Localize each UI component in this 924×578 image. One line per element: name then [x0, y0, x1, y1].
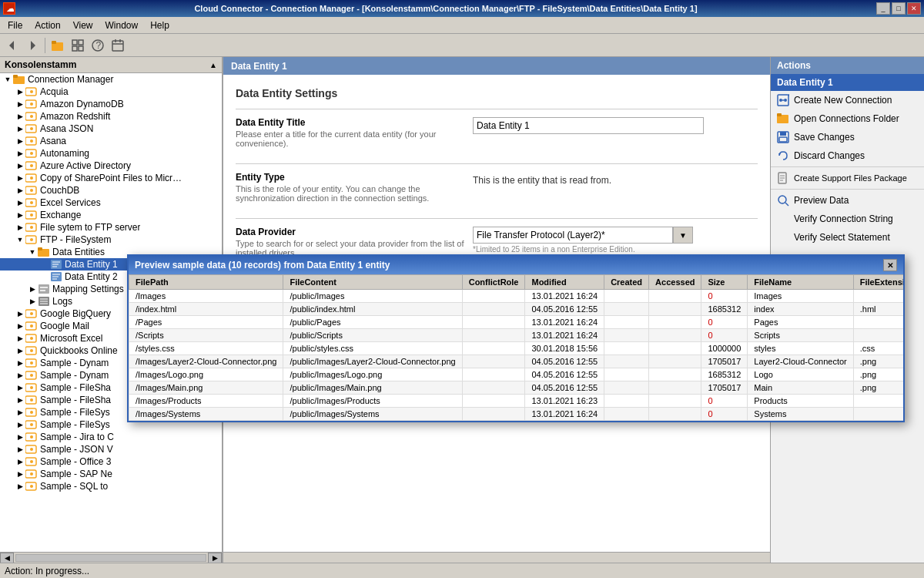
table-row: /Images/Systems/public/Images/Systems13.…	[129, 408, 904, 421]
tree-item-sample-sap[interactable]: ▶ Sample - SAP Ne	[0, 468, 222, 480]
tree-arrow: ▶	[15, 433, 25, 441]
svg-rect-98	[777, 113, 782, 116]
table-cell-accessed	[649, 329, 701, 342]
action-save-changes[interactable]: Save Changes	[771, 128, 924, 146]
hscroll-right[interactable]: ▶	[208, 553, 222, 563]
svg-point-36	[30, 189, 33, 192]
content-hscrollbar[interactable]	[223, 552, 770, 563]
tree-item-amazondynamodb[interactable]: ▶ Amazon DynamoDB	[0, 98, 222, 110]
action-create-support-files[interactable]: Create Support Files Package	[771, 169, 924, 187]
table-cell-size: 0	[701, 395, 748, 408]
table-cell-fileextension: .png	[853, 381, 903, 395]
entity-title-input[interactable]	[473, 117, 704, 134]
table-cell-filename: Logo	[748, 368, 853, 381]
menu-window[interactable]: Window	[99, 18, 145, 32]
tree-arrow: ▶	[28, 297, 37, 305]
table-cell-modified: 04.05.2016 12:55	[525, 355, 604, 368]
tree-item-autonaming[interactable]: ▶ Autonaming	[0, 147, 222, 160]
toolbar-calendar-button[interactable]	[109, 36, 127, 55]
maximize-button[interactable]: □	[892, 2, 906, 15]
tree-item-exchange[interactable]: ▶ Exchange	[0, 209, 222, 221]
table-row: /Scripts/public/Scripts13.01.2021 16:240…	[129, 329, 904, 342]
tree-scroll-up[interactable]: ▲	[209, 61, 217, 69]
tree-item-excel-services[interactable]: ▶ Excel Services	[0, 197, 222, 209]
table-cell-size: 1000000	[701, 342, 748, 355]
svg-line-108	[785, 203, 788, 206]
tree-arrow: ▶	[15, 458, 25, 465]
col-created: Created	[604, 275, 649, 290]
tree-item-couchdb[interactable]: ▶ CouchDB	[0, 184, 222, 197]
tree-arrow: ▼	[3, 76, 12, 83]
divider-3	[236, 218, 758, 219]
toolbar-back-button[interactable]	[3, 36, 22, 55]
minimize-button[interactable]: _	[876, 2, 890, 15]
table-cell-fileextension: .css	[853, 342, 903, 355]
hscroll-thumb[interactable]	[15, 554, 206, 562]
close-button[interactable]: ✕	[907, 2, 921, 15]
preview-table: FilePath FileContent ConflictRole Modifi…	[129, 274, 903, 421]
window-title: Cloud Connector - Connection Manager - […	[15, 4, 876, 13]
menu-action[interactable]: Action	[28, 18, 66, 32]
action-discard-changes[interactable]: Discard Changes	[771, 146, 924, 165]
conn-icon	[25, 370, 38, 381]
action-open-connections-folder[interactable]: Open Connections Folder	[771, 109, 924, 128]
tree-item-sample-sql[interactable]: ▶ Sample - SQL to	[0, 480, 222, 492]
form-row-entity-title: Data Entity Title Please enter a title f…	[236, 117, 758, 148]
tree-item-asanajson[interactable]: ▶ Asana JSON	[0, 123, 222, 135]
tree-item-sample-office[interactable]: ▶ Sample - Office 3	[0, 455, 222, 468]
toolbar: ?	[0, 34, 924, 57]
table-row: /Pages/public/Pages13.01.2021 16:240Page…	[129, 316, 904, 329]
menu-file[interactable]: File	[2, 18, 28, 32]
dialog-close-button[interactable]: ✕	[883, 259, 897, 271]
dialog-title-bar: Preview sample data (10 records) from Da…	[129, 256, 903, 274]
toolbar-folder-button[interactable]	[49, 36, 67, 55]
toolbar-forward-button[interactable]	[23, 36, 42, 55]
svg-rect-6	[52, 41, 56, 44]
dialog-body[interactable]: FilePath FileContent ConflictRole Modifi…	[129, 274, 903, 421]
action-verify-select-statement[interactable]: Verify Select Statement	[771, 228, 924, 247]
tree-item-connection-manager[interactable]: ▼ Connection Manager	[0, 73, 222, 86]
toolbar-help-button[interactable]: ?	[89, 36, 107, 55]
data-provider-input[interactable]	[473, 227, 673, 244]
tree-item-azure-active-directory[interactable]: ▶ Azure Active Directory	[0, 160, 222, 172]
tree-item-copysharepoint[interactable]: ▶ Copy of SharePoint Files to Microsoft …	[0, 172, 222, 184]
toolbar-grid-button[interactable]	[69, 36, 87, 55]
tree-item-amazonredshift[interactable]: ▶ Amazon Redshift	[0, 110, 222, 123]
tree-item-acquia[interactable]: ▶ Acquia	[0, 86, 222, 98]
conn-icon	[25, 444, 38, 455]
table-cell-filename: Main	[748, 381, 853, 395]
tree-item-filesystem-ftp[interactable]: ▶ File sytem to FTP server	[0, 221, 222, 234]
table-cell-size: 0	[701, 316, 748, 329]
svg-text:?: ?	[96, 40, 102, 51]
menu-help[interactable]: Help	[144, 18, 176, 32]
table-cell-accessed	[649, 303, 701, 316]
action-verify-connection-string[interactable]: Verify Connection String	[771, 210, 924, 228]
tree-header: Konsolenstamm ▲	[0, 57, 222, 73]
tree-hscrollbar[interactable]: ◀ ▶	[0, 552, 222, 563]
window-controls[interactable]: _ □ ✕	[876, 2, 921, 15]
table-cell-filepath: /Images/Systems	[129, 408, 283, 421]
tree-item-ftp-filesystem[interactable]: ▼ FTP - FileSystem	[0, 234, 222, 246]
action-create-new-connection[interactable]: + Create New Connection	[771, 91, 924, 109]
tree-item-asana[interactable]: ▶ Asana	[0, 135, 222, 147]
content-title: Data Entity 1	[231, 61, 287, 72]
action-preview-data[interactable]: Preview Data	[771, 191, 924, 210]
conn-icon	[25, 160, 38, 171]
table-cell-conflictrole	[462, 342, 525, 355]
mapping-icon	[37, 284, 51, 294]
tree-item-sample-jira[interactable]: ▶ Sample - Jira to C	[0, 431, 222, 443]
table-cell-accessed	[649, 355, 701, 368]
data-provider-dropdown-button[interactable]: ▼	[673, 227, 693, 244]
table-cell-size: 1705017	[701, 381, 748, 395]
col-size: Size	[701, 275, 748, 290]
svg-point-107	[778, 196, 786, 203]
actions-selected-item: Data Entity 1	[771, 74, 924, 91]
logs-icon	[37, 296, 51, 307]
menu-view[interactable]: View	[67, 18, 99, 32]
col-conflictrole: ConflictRole	[462, 275, 525, 290]
svg-point-85	[30, 448, 33, 451]
svg-rect-9	[72, 46, 77, 51]
hscroll-left[interactable]: ◀	[0, 553, 14, 563]
tree-item-sample-json[interactable]: ▶ Sample - JSON V	[0, 443, 222, 455]
table-row: /Images/Main.png/public/Images/Main.png0…	[129, 381, 904, 395]
